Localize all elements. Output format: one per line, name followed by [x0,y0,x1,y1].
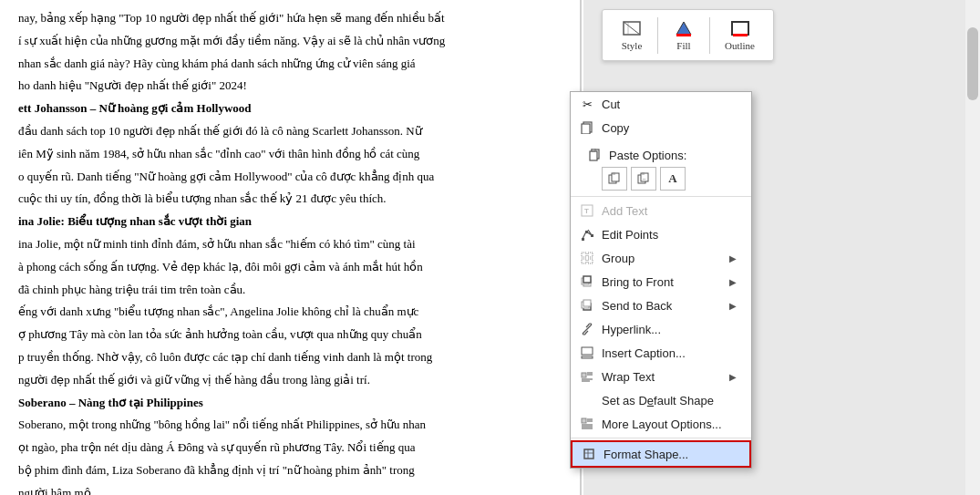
doc-line-9: cuộc thi uy tín, đồng thời là biểu tượng… [18,190,565,209]
menu-add-text-label: Add Text [602,204,737,218]
svg-text:T: T [584,207,589,215]
menu-insert-caption-label: Insert Caption... [602,346,737,360]
doc-line-16: p truyền thống. Nhờ vậy, cô luôn được cá… [18,348,565,367]
separator-2 [571,438,751,438]
doc-line-20: ọt ngào, pha trộn nét dịu dàng Á Đông và… [18,438,565,458]
menu-wrap-text-label: Wrap Text [602,370,729,384]
svg-rect-14 [642,172,645,175]
menu-hyperlink-label: Hyperlink... [602,323,737,336]
svg-rect-33 [582,373,586,377]
cut-icon: ✂ [578,96,596,112]
toolbar-style-label: Style [622,40,643,51]
doc-line-6: đầu danh sách top 10 người đẹp nhất thế … [18,122,565,141]
svg-rect-20 [591,234,593,237]
menu-item-wrap-text[interactable]: Wrap Text ▶ [571,365,751,388]
bring-to-front-arrow: ▶ [729,277,737,287]
paste-icons-row: ↔ A [578,167,744,191]
scrollbar-thumb[interactable] [967,27,978,100]
menu-item-bring-to-front[interactable]: Bring to Front ▶ [571,270,751,294]
paste-keep-text[interactable]: A [660,167,686,191]
menu-item-more-layout[interactable]: More Layout Options... [571,412,751,436]
doc-line-14: ếng với danh xưng "biểu tượng nhan sắc",… [18,303,565,322]
separator-1 [571,196,751,197]
send-to-back-icon [578,297,596,314]
doc-line-1: nay, bảng xếp hạng "Top 10 người đẹp nhấ… [18,9,565,28]
menu-item-group[interactable]: Group ▶ [571,246,751,270]
send-to-back-arrow: ▶ [729,301,737,311]
svg-rect-3 [733,34,748,36]
paste-merge[interactable]: ↔ [631,167,656,191]
menu-copy-label: Copy [602,121,737,135]
menu-set-default-label: Set as Default Shape [602,394,737,407]
menu-item-copy[interactable]: Copy [571,116,751,139]
menu-item-format-shape[interactable]: Format Shape... [571,440,751,468]
svg-rect-30 [583,300,591,306]
paste-icon [585,147,603,163]
toolbar-style[interactable]: Style [614,15,650,55]
doc-line-21: bộ phim đình đám, Liza Soberano đã khẳng… [18,461,565,480]
svg-rect-2 [732,22,748,35]
doc-line-4: ho danh hiệu "Người đẹp nhất thế giới" 2… [18,77,565,96]
menu-item-set-default[interactable]: Set as Default Shape [571,388,751,412]
menu-edit-points-label: Edit Points [602,228,737,242]
paste-options-label: Paste Options: [609,149,729,162]
svg-rect-31 [582,347,593,355]
menu-item-insert-caption[interactable]: Insert Caption... [571,341,751,365]
menu-format-shape-label: Format Shape... [603,448,735,461]
svg-rect-22 [588,253,593,257]
toolbar-divider-1 [657,17,658,54]
menu-bring-to-front-label: Bring to Front [602,275,729,289]
doc-line-12: à phong cách sống ấn tượng. Vẻ đẹp khác … [18,258,565,277]
doc-line-5: ett Johansson – Nữ hoàng gợi cảm Hollywo… [18,99,565,119]
doc-line-8: o quyến rũ. Danh tiếng "Nữ hoàng gợi cảm… [18,168,565,187]
doc-line-22: người hâm mộ. [18,484,565,495]
insert-caption-icon [578,345,596,361]
svg-text:↔: ↔ [642,176,646,181]
menu-more-layout-label: More Layout Options... [602,418,737,431]
doc-line-15: ợ phương Tây mà còn lan tỏa sức ảnh hưởn… [18,325,565,345]
paste-keep-source[interactable] [602,167,627,191]
svg-rect-27 [583,276,591,283]
wrap-text-icon [578,368,596,385]
doc-line-7: iên Mỹ sinh năm 1984, sở hữu nhan sắc "đ… [18,145,565,164]
paste-options-header: Paste Options: [578,143,744,167]
more-layout-icon [578,416,596,432]
svg-rect-7 [590,151,597,160]
document-area: nay, bảng xếp hạng "Top 10 người đẹp nhấ… [0,0,583,495]
svg-rect-19 [585,231,588,233]
menu-item-hyperlink[interactable]: Hyperlink... [571,317,751,341]
menu-item-send-to-back[interactable]: Send to Back ▶ [571,294,751,317]
add-text-icon: T [578,202,596,219]
svg-rect-8 [592,149,595,151]
doc-line-19: Soberano, một trong những "bông hồng lai… [18,416,565,435]
toolbar-outline[interactable]: Outline [717,15,762,55]
svg-rect-5 [582,124,590,134]
doc-line-17: người đẹp nhất thế giới và giữ vững vị t… [18,371,565,390]
fill-icon [673,19,695,37]
style-icon [621,19,643,37]
svg-rect-11 [613,172,615,175]
format-shape-icon [580,446,598,462]
copy-icon [578,119,596,136]
svg-rect-23 [582,259,586,263]
menu-item-cut[interactable]: ✂ Cut [571,92,751,116]
wrap-text-arrow: ▶ [729,372,737,382]
shape-toolbar: Style Fill Outline [602,9,774,61]
menu-item-edit-points[interactable]: Edit Points [571,222,751,246]
hyperlink-icon [578,321,596,337]
scrollbar[interactable] [965,0,980,495]
paste-section: Paste Options: ↔ A [571,139,751,194]
toolbar-fill[interactable]: Fill [665,15,702,55]
doc-line-18: Soberano – Nàng thơ tại Philippines [18,394,565,413]
menu-send-to-back-label: Send to Back [602,299,729,313]
toolbar-fill-label: Fill [676,40,690,51]
doc-line-3: nhan sắc danh giá này? Hãy cùng khám phá… [18,55,565,74]
context-menu: ✂ Cut Copy Paste Options: [570,91,752,469]
svg-rect-18 [582,238,584,241]
toolbar-divider-2 [709,17,710,54]
group-icon [578,250,596,266]
doc-line-2: í sự xuất hiện của những gương mặt mới đ… [18,32,565,51]
svg-rect-32 [582,356,593,358]
svg-rect-24 [588,259,593,263]
doc-line-10: ina Jolie: Biểu tượng nhan sắc vượt thời… [18,212,565,232]
